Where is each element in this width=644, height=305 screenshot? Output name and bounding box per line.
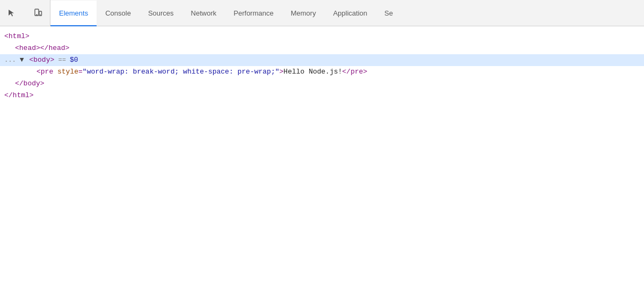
line-html-close[interactable]: </html>: [0, 90, 644, 101]
line-body-selected[interactable]: ... ▼ <body> == $0: [0, 54, 644, 66]
tabs-list: Elements Console Sources Network Perform…: [50, 0, 644, 26]
devtools-toolbar: Elements Console Sources Network Perform…: [0, 0, 644, 26]
line-html-open[interactable]: <html>: [0, 31, 644, 42]
tab-performance[interactable]: Performance: [225, 1, 282, 26]
tab-memory[interactable]: Memory: [282, 1, 325, 26]
cursor-icon[interactable]: [4, 5, 19, 20]
toolbar-icons: [0, 0, 50, 26]
tab-console[interactable]: Console: [97, 1, 140, 26]
device-icon[interactable]: [31, 5, 46, 20]
tab-security[interactable]: Se: [376, 1, 401, 26]
tab-elements[interactable]: Elements: [50, 1, 97, 26]
tab-application[interactable]: Application: [325, 1, 376, 26]
tab-network[interactable]: Network: [182, 1, 225, 26]
devtools-window: Elements Console Sources Network Perform…: [0, 0, 644, 305]
line-head[interactable]: <head></head>: [0, 42, 644, 54]
elements-panel: <html> <head></head> ... ▼ <body> == $0 …: [0, 26, 644, 305]
line-pre[interactable]: <pre style = "word-wrap: break-word; whi…: [0, 66, 644, 78]
line-body-close[interactable]: </body>: [0, 78, 644, 90]
tab-sources[interactable]: Sources: [140, 1, 182, 26]
